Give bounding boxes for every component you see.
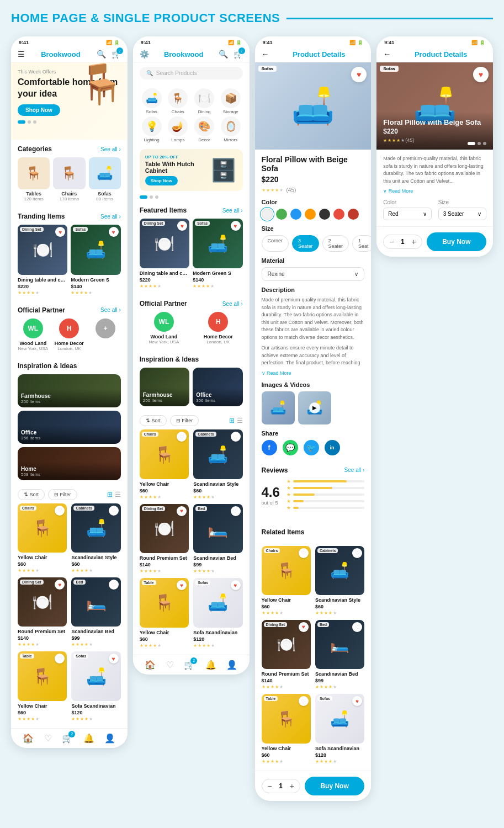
back-btn-4[interactable]: ← — [383, 50, 391, 59]
insp-home[interactable]: Home 569 Items — [18, 447, 121, 480]
cat-lighting[interactable]: 💡 Lighting — [140, 116, 164, 142]
category-tables[interactable]: 🪑 Tables 120 Items — [18, 157, 50, 201]
size-1seat[interactable]: 1 Seat — [352, 235, 371, 252]
size-2seater[interactable]: 2 Seater — [322, 235, 349, 252]
qty-minus-3[interactable]: − — [268, 782, 272, 790]
share-linkedin[interactable]: in — [325, 440, 340, 455]
nav-home-1[interactable]: 🏠 — [23, 733, 34, 744]
buy-btn-3[interactable]: Buy Now — [305, 777, 364, 795]
scandi-bed-heart-1[interactable]: ♡ — [109, 580, 119, 590]
size-3seater[interactable]: 3 Seater — [292, 235, 319, 252]
promo-shop-btn[interactable]: Shop Now — [145, 176, 178, 185]
category-sofas[interactable]: 🛋️ Sofas 89 Items — [89, 157, 121, 201]
wishlist-btn-4[interactable]: ♥ — [473, 67, 489, 82]
product-round-1[interactable]: 🍽️ Dining Set ♥ Round Premium Set $140 ★… — [18, 577, 67, 647]
p2-heart-6[interactable]: ♥ — [231, 580, 241, 590]
cat-lamps[interactable]: 🪔 Lamps — [166, 116, 190, 142]
insp-farmhouse[interactable]: Farmhouse 250 Items — [18, 374, 121, 407]
related-4[interactable]: 🛏️ Bed ♡ Scandinavian Bed $99 ★★★★★ — [315, 620, 364, 689]
p2-heart-3[interactable]: ♥ — [177, 506, 187, 516]
partner-homedecor[interactable]: H Home Decor London, UK — [54, 319, 85, 351]
back-btn-3[interactable]: ← — [262, 50, 269, 59]
play-btn[interactable]: ▶ — [309, 402, 320, 413]
p2-round[interactable]: 🍽️ Dining Set ♥ Round Premium Set $140 ★… — [140, 504, 189, 574]
list-view-2[interactable]: ☰ — [237, 417, 243, 424]
related-2[interactable]: 🛋️ Cabinets ♡ Scandinavian Style $60 ★★★… — [315, 546, 364, 615]
product-yellow-chair-1[interactable]: 🪑 Chairs ♡ Yellow Chair $60 ★★★★★ — [18, 503, 67, 573]
grid-view-1[interactable]: ⊞ — [107, 491, 113, 498]
partner-woodland[interactable]: WL Wood Land New York, USA — [18, 319, 49, 351]
p2-yellow2[interactable]: 🪑 Table ♥ Yellow Chair $60 ★★★★★ — [140, 578, 189, 647]
cat-sofas[interactable]: 🛋️ Sofas — [140, 88, 164, 114]
p2-yellow-chair[interactable]: 🪑 Chairs ♡ Yellow Chair $60 ★★★★★ — [140, 429, 189, 499]
partners-see-all-2[interactable]: See all › — [222, 301, 243, 307]
filter-btn-1[interactable]: ⊟ Filter — [48, 489, 77, 500]
thumb-1[interactable]: 🛋️ — [262, 391, 295, 424]
share-whatsapp[interactable]: 💬 — [283, 440, 298, 455]
related-5[interactable]: 🪑 Table ♡ Yellow Chair $60 ★★★★★ — [262, 694, 311, 763]
insp-office-2[interactable]: Office 356 Items — [193, 368, 242, 406]
related-3[interactable]: 🍽️ Dining Set ♥ Round Premium Set $140 ★… — [262, 620, 311, 689]
partners-see-all-1[interactable]: See all › — [100, 307, 121, 313]
color-white[interactable] — [262, 209, 273, 220]
trending-see-all[interactable]: See all › — [100, 214, 121, 220]
p2-scandi-bed[interactable]: 🛏️ Bed ♡ Scandinavian Bed $99 ★★★★★ — [193, 504, 242, 574]
nav2-profile[interactable]: 👤 — [226, 660, 237, 670]
related-heart-1[interactable]: ♡ — [299, 548, 309, 558]
cat-mirrors[interactable]: 🪞 Mirrors — [219, 116, 243, 142]
reviews-see-all-3[interactable]: See all › — [344, 467, 365, 473]
share-facebook[interactable]: f — [262, 440, 277, 455]
featured-item-2[interactable]: 🛋️ Sofas ♥ Modern Green S $140 ★★★★★ — [193, 219, 242, 289]
grid-view-2[interactable]: ⊞ — [229, 417, 235, 424]
nav2-cart[interactable]: 🛒2 — [184, 660, 195, 670]
featured-heart-2[interactable]: ♥ — [231, 221, 241, 231]
shop-now-btn-1[interactable]: Shop Now — [18, 104, 60, 116]
sort-btn-1[interactable]: ⇅ Sort — [18, 489, 45, 500]
yellow-chair-heart-1[interactable]: ♡ — [55, 506, 65, 516]
partner-more[interactable]: + — [90, 319, 121, 351]
related-heart-3[interactable]: ♥ — [299, 622, 309, 632]
category-chairs[interactable]: 🪑 Chairs 178 Items — [53, 157, 85, 201]
filter-btn-2[interactable]: ⊟ Filter — [170, 415, 199, 426]
qty-minus-4[interactable]: − — [389, 237, 394, 246]
product-yellow2-1[interactable]: 🪑 Table ♡ Yellow Chair $60 ★★★★★ — [18, 651, 67, 721]
product-scandi-bed-1[interactable]: 🛏️ Bed ♡ Scandinavian Bed $99 ★★★★★ — [71, 577, 120, 647]
read-more-4[interactable]: ∨ Read More — [383, 188, 486, 194]
color-select-box[interactable]: Red ∨ — [383, 208, 431, 220]
partner-h-2[interactable]: H Home Decor London, UK — [194, 312, 242, 344]
material-select-3[interactable]: Rexine ∨ — [262, 267, 365, 281]
search-input-wrap[interactable]: 🔍 Search Products — [140, 67, 243, 79]
cat-decor[interactable]: 🎨 Decor — [192, 116, 216, 142]
cart-icon-2[interactable]: 🛒2 — [234, 50, 243, 59]
insp-office[interactable]: Office 356 Items — [18, 411, 121, 444]
qty-plus-4[interactable]: + — [411, 237, 416, 246]
list-view-1[interactable]: ☰ — [115, 491, 121, 498]
product-scandi-1[interactable]: 🛋️ Cabinets ♡ Scandinavian Style $60 ★★★… — [71, 503, 120, 573]
related-1[interactable]: 🪑 Chairs ♡ Yellow Chair $60 ★★★★★ — [262, 546, 311, 615]
nav-notif-1[interactable]: 🔔 — [83, 733, 94, 744]
share-twitter[interactable]: 🐦 — [304, 440, 319, 455]
color-blue[interactable] — [290, 209, 301, 220]
menu-icon[interactable]: ☰ — [18, 50, 25, 59]
color-darkred[interactable] — [348, 209, 359, 220]
nav2-home[interactable]: 🏠 — [145, 660, 156, 670]
sofa-wishlist[interactable]: ♥ — [109, 227, 119, 237]
size-corner[interactable]: Corner — [262, 235, 289, 252]
nav-cart-1[interactable]: 🛒2 — [62, 733, 73, 744]
color-red[interactable] — [333, 209, 344, 220]
color-orange[interactable] — [305, 209, 316, 220]
p2-heart-2[interactable]: ♡ — [231, 432, 241, 442]
cart-icon-1[interactable]: 🛒2 — [112, 50, 121, 59]
sort-btn-2[interactable]: ⇅ Sort — [140, 415, 167, 426]
featured-item-1[interactable]: 🍽️ Dining Set ♥ Dining table and chairs … — [140, 219, 189, 289]
nav-wishlist-1[interactable]: ♡ — [44, 733, 52, 744]
scandi-heart-1[interactable]: ♡ — [109, 506, 119, 516]
search-icon-2[interactable]: 🔍 — [219, 50, 228, 59]
nav2-bell[interactable]: 🔔 — [205, 660, 216, 670]
cat-storage[interactable]: 📦 Storage — [219, 88, 243, 114]
p2-sofa-scan[interactable]: 🛋️ Sofas ♥ Sofa Scandinavian $120 ★★★★★ — [193, 578, 242, 647]
product-sofa-scan-1[interactable]: 🛋️ Sofas ♥ Sofa Scandinavian $120 ★★★★★ — [71, 651, 120, 721]
featured-see-all[interactable]: See all › — [222, 208, 243, 214]
cat-dining[interactable]: 🍽️ Dining — [192, 88, 216, 114]
nav-profile-1[interactable]: 👤 — [104, 733, 115, 744]
